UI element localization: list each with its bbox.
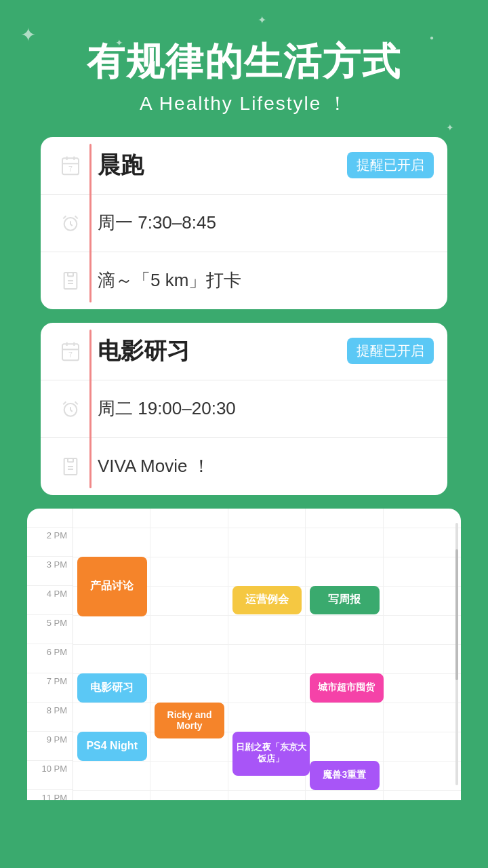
card-accent-line (89, 144, 92, 302)
hline-6 (73, 703, 461, 703)
col-divider-3 (306, 509, 383, 800)
time-2pm: 2 PM (27, 528, 73, 557)
card-movie-study: 7 电影研习 提醒已开启 周二 19:00–20:30 (41, 323, 447, 495)
event-movie-study[interactable]: 电影研习 (77, 673, 147, 703)
hline-4 (73, 644, 461, 645)
scrollbar-thumb[interactable] (455, 549, 458, 681)
card2-time-row: 周二 19:00–20:30 (41, 380, 447, 438)
time-9pm: 9 PM (27, 732, 73, 761)
time-5pm: 5 PM (27, 615, 73, 644)
main-title: 有规律的生活方式 (27, 41, 461, 83)
clipboard-icon-2 (54, 450, 87, 483)
event-supermarket[interactable]: 城市超市囤货 (310, 673, 384, 703)
event-write-report[interactable]: 写周报 (310, 586, 380, 614)
morning-run-card: 7 晨跑 提醒已开启 周一 7:30–8:45 (41, 137, 447, 309)
time-10pm: 10 PM (27, 761, 73, 790)
card1-badge[interactable]: 提醒已开启 (347, 152, 434, 178)
card1-title: 晨跑 (98, 152, 144, 178)
svg-rect-11 (68, 273, 73, 276)
card2-badge[interactable]: 提醒已开启 (347, 338, 434, 364)
col-divider-1 (150, 509, 228, 800)
time-7pm: 7 PM (27, 673, 73, 703)
event-ricky-morty[interactable]: Ricky and Morty (155, 703, 224, 738)
event-ps4-night[interactable]: PS4 Night (77, 732, 147, 761)
event-operations-meeting[interactable]: 运营例会 (232, 586, 302, 614)
calendar-section: 2 PM 3 PM 4 PM 5 PM 6 PM 7 PM 8 PM 9 PM … (27, 509, 461, 800)
alarm-icon-2 (54, 393, 87, 425)
events-area: 产品讨论 运营例会 写周报 电影研习 城市超市囤货 Ricky and Mort… (73, 509, 461, 800)
movie-study-card: 7 电影研习 提醒已开启 周二 19:00–20:30 (41, 323, 447, 495)
time-3pm: 3 PM (27, 557, 73, 586)
hline-9 (73, 790, 461, 791)
svg-line-21 (75, 401, 78, 404)
card1-time-row: 周一 7:30–8:45 (41, 195, 447, 252)
card2-note-row: VIVA Movie ！ (41, 438, 447, 495)
card-morning-run: 7 晨跑 提醒已开启 周一 7:30–8:45 (41, 137, 447, 309)
card1-note: 滴～「5 km」打卡 (87, 269, 434, 292)
hline-0 (73, 528, 461, 528)
event-product-meeting[interactable]: 产品讨论 (77, 557, 147, 616)
calendar-icon-2: 7 (54, 335, 87, 368)
svg-text:7: 7 (68, 351, 73, 359)
card-title-row: 7 晨跑 提醒已开启 (41, 137, 447, 195)
header-section: 有规律的生活方式 A Healthy Lifestyle ！ (0, 0, 488, 137)
clipboard-icon (54, 264, 87, 297)
time-6pm: 6 PM (27, 644, 73, 673)
alarm-icon (54, 207, 87, 239)
card2-note: VIVA Movie ！ (87, 454, 434, 478)
calendar-icon: 7 (54, 149, 87, 182)
time-column: 2 PM 3 PM 4 PM 5 PM 6 PM 7 PM 8 PM 9 PM … (27, 509, 73, 800)
svg-line-7 (75, 216, 78, 218)
card2-title-row: 7 电影研习 提醒已开启 (41, 323, 447, 380)
time-4pm: 4 PM (27, 586, 73, 615)
card1-note-row: 滴～「5 km」打卡 (41, 252, 447, 309)
svg-rect-25 (68, 458, 73, 462)
svg-line-6 (63, 216, 66, 218)
card1-time: 周一 7:30–8:45 (87, 211, 434, 235)
time-header (27, 509, 73, 528)
svg-text:7: 7 (68, 165, 73, 173)
time-11pm: 11 PM (27, 790, 73, 800)
card2-accent-line (89, 330, 92, 488)
card2-time: 周二 19:00–20:30 (87, 397, 434, 420)
svg-line-20 (63, 401, 66, 404)
main-subtitle: A Healthy Lifestyle ！ (27, 91, 461, 117)
card2-title: 电影研习 (98, 338, 190, 363)
event-warcraft[interactable]: 魔兽3重置 (310, 761, 380, 790)
event-japanese-drama[interactable]: 日剧之夜「东京大饭店」 (232, 732, 310, 776)
time-8pm: 8 PM (27, 703, 73, 732)
scrollbar-track (455, 523, 458, 785)
col-divider-4 (384, 509, 461, 800)
calendar-grid: 2 PM 3 PM 4 PM 5 PM 6 PM 7 PM 8 PM 9 PM … (27, 509, 461, 800)
